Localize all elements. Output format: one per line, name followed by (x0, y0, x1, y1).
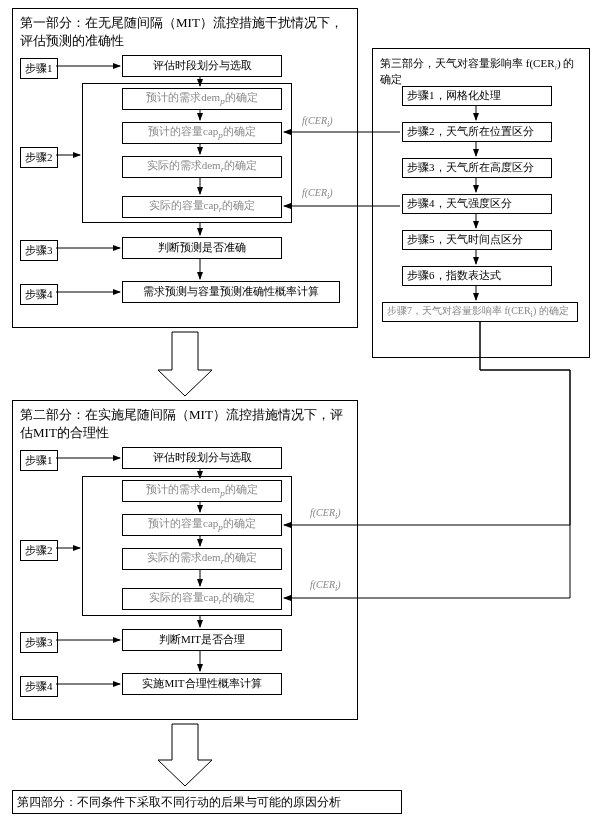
part2-f1: f(CERi) (310, 507, 341, 521)
part1-step4: 步骤4 (20, 284, 58, 305)
part2-step3: 步骤3 (20, 632, 58, 653)
part2-step1: 步骤1 (20, 450, 58, 471)
part2-f2: f(CERi) (310, 579, 341, 593)
part1-f2: f(CERi) (302, 187, 333, 201)
part2-b3: 判断MIT是否合理 (122, 629, 282, 651)
part1-step3: 步骤3 (20, 240, 58, 261)
part2-step4: 步骤4 (20, 676, 58, 697)
part2-step2: 步骤2 (20, 540, 58, 561)
part2-b4: 实施MIT合理性概率计算 (122, 673, 282, 695)
part3-s6: 步骤6，指数表达式 (402, 266, 552, 286)
part1-title: 第一部分：在无尾随间隔（MIT）流控措施干扰情况下，评估预测的准确性 (20, 14, 350, 50)
part3-s3: 步骤3，天气所在高度区分 (402, 158, 552, 178)
part3-title: 第三部分，天气对容量影响率 f(CERi) 的确定 (380, 56, 584, 87)
part1-group (82, 83, 292, 223)
part2-b1: 评估时段划分与选取 (122, 447, 282, 469)
part3-s4: 步骤4，天气强度区分 (402, 194, 552, 214)
part1-step1: 步骤1 (20, 58, 58, 79)
part2-title: 第二部分：在实施尾随间隔（MIT）流控措施情况下，评估MIT的合理性 (20, 406, 350, 442)
part1-step2: 步骤2 (20, 147, 58, 168)
part1-b3: 判断预测是否准确 (122, 237, 282, 259)
part1-b4: 需求预测与容量预测准确性概率计算 (122, 281, 340, 303)
part3-s7: 步骤7，天气对容量影响率 f(CERi) 的确定 (382, 302, 578, 322)
part3-s5: 步骤5，天气时间点区分 (402, 230, 552, 250)
part3-s1: 步骤1，网格化处理 (402, 86, 552, 106)
part1-f1: f(CERi) (302, 115, 333, 129)
part1-b1: 评估时段划分与选取 (122, 55, 282, 77)
hollow-arrow-2 (158, 724, 212, 786)
part3-s2: 步骤2，天气所在位置区分 (402, 122, 552, 142)
part2-group (82, 476, 292, 616)
part4-box: 第四部分：不同条件下采取不同行动的后果与可能的原因分析 (12, 790, 402, 814)
hollow-arrow-1 (158, 332, 212, 396)
